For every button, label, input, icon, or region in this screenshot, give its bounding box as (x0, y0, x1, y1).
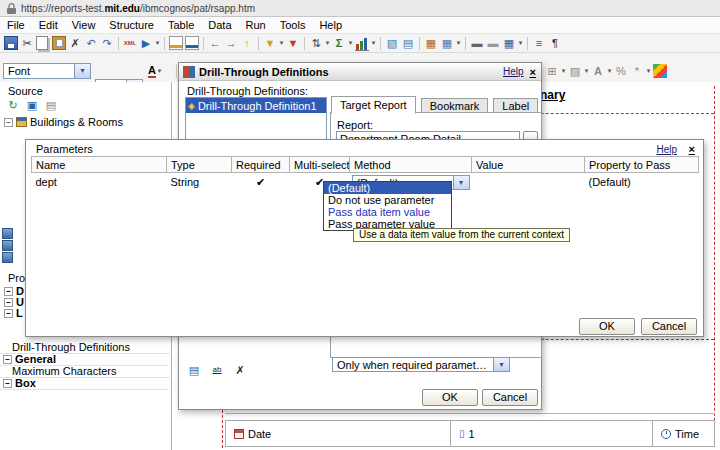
table-dropdown-icon[interactable]: ▾ (517, 39, 524, 47)
conditional-dropdown-icon[interactable]: ▾ (645, 67, 652, 75)
group-icon[interactable]: ▧ (385, 36, 399, 50)
param-required-check[interactable]: ✔ (232, 173, 290, 192)
dropdown-option-default[interactable]: (Default) (324, 182, 451, 194)
undo-icon[interactable]: ↶ (84, 36, 98, 50)
chart-icon[interactable] (355, 36, 369, 51)
close-icon[interactable]: × (689, 143, 695, 155)
conditional-style-icon[interactable]: * (630, 64, 644, 78)
param-value[interactable] (472, 173, 585, 192)
style-dropdown-icon[interactable]: ▾ (606, 67, 613, 75)
ok-button[interactable]: OK (422, 389, 478, 406)
close-icon[interactable]: × (530, 66, 536, 78)
show-formatting-icon[interactable]: ¶ (548, 36, 562, 50)
up-icon[interactable]: ↑ (240, 36, 254, 50)
menu-structure[interactable]: Structure (102, 19, 161, 31)
chart-dropdown-icon[interactable]: ▾ (370, 39, 377, 47)
cancel-button[interactable]: Cancel (482, 389, 538, 406)
visual-aids-icon[interactable] (653, 64, 667, 78)
section-icon[interactable]: ▤ (401, 36, 415, 50)
param-property-to-pass[interactable]: (Default) (585, 173, 699, 192)
filter-dropdown-icon[interactable]: ▾ (278, 39, 285, 47)
definitions-listbox[interactable]: ◈ Drill-Through Definition1 (185, 97, 327, 141)
footer-date-cell[interactable]: Date (226, 421, 451, 446)
method-combo-arrow-icon[interactable]: ▾ (453, 176, 469, 189)
font-color-dropdown-icon[interactable]: ▾ (156, 67, 163, 75)
background-fill-icon[interactable]: ▨ (568, 64, 582, 78)
paste-icon[interactable] (52, 36, 66, 50)
xml-icon[interactable]: XML (123, 36, 137, 50)
insert-table-icon[interactable]: ▦ (502, 36, 516, 50)
menu-data[interactable]: Data (201, 19, 238, 31)
font-combo[interactable]: Font ▾ (3, 63, 91, 79)
footers-icon[interactable]: ▬ (486, 36, 500, 50)
menu-view[interactable]: View (65, 19, 103, 31)
cut-icon[interactable]: ✂ (20, 36, 34, 50)
sort-dropdown-icon[interactable]: ▾ (324, 39, 331, 47)
source-pane-title[interactable]: Source (8, 85, 43, 97)
crosstab-icon[interactable]: ▦ (424, 36, 438, 50)
fill-dropdown-icon[interactable]: ▾ (583, 67, 590, 75)
spacer-icon[interactable]: ≡ (532, 36, 546, 50)
font-color-button[interactable]: A ▾ (148, 63, 163, 79)
copy-icon[interactable] (36, 36, 48, 50)
property-row-clipped-3[interactable]: − L (4, 307, 23, 319)
expander-icon[interactable]: − (3, 379, 12, 388)
back-icon[interactable]: ← (208, 36, 222, 50)
data-format-icon[interactable]: % (614, 64, 628, 78)
package-page-icon[interactable]: ▤ (44, 98, 58, 112)
menu-run[interactable]: Run (239, 19, 273, 31)
help-link[interactable]: Help (503, 66, 524, 77)
dropdown-option-do-not-use[interactable]: Do not use parameter (324, 194, 451, 206)
expander-icon[interactable]: − (4, 298, 13, 307)
aggregate-icon[interactable]: Σ (332, 36, 346, 50)
forward-icon[interactable]: → (224, 36, 238, 50)
ok-button[interactable]: OK (579, 318, 635, 335)
menu-help[interactable]: Help (312, 19, 349, 31)
new-definition-icon[interactable]: ▤ (187, 363, 201, 377)
browser-address-bar[interactable]: https://reports-test.mit.edu/ibmcognos/p… (0, 0, 720, 17)
run-dropdown-icon[interactable]: ▾ (154, 39, 161, 47)
tab-target-report[interactable]: Target Report (331, 96, 416, 114)
model-icon[interactable]: ▣ (25, 98, 39, 112)
menu-file[interactable]: File (0, 19, 32, 31)
aggregate-dropdown-icon[interactable]: ▾ (347, 39, 354, 47)
list-dropdown-icon[interactable]: ▾ (455, 39, 462, 47)
prompt-pages-combo[interactable]: Only when required parameter values are … (332, 357, 510, 372)
properties-pane-title[interactable]: Properties (8, 272, 25, 284)
style-icon[interactable]: A (591, 64, 605, 78)
footer-page-number-cell[interactable]: ▯ 1 (451, 421, 653, 446)
borders-icon[interactable]: ⊞ (545, 64, 559, 78)
property-group-box[interactable]: − Box (0, 377, 169, 390)
sort-icon[interactable]: ⇅ (309, 36, 323, 50)
expander-icon[interactable]: − (3, 355, 12, 364)
page-design-icon[interactable] (169, 36, 183, 50)
menu-edit[interactable]: Edit (32, 19, 65, 31)
headers-icon[interactable]: ▬ (470, 36, 484, 50)
prompt-combo-arrow-icon[interactable]: ▾ (493, 358, 509, 371)
delete-filter-icon[interactable]: ▼ (286, 36, 300, 50)
pane-tab-toolbox-icon[interactable] (2, 240, 13, 251)
delete-definition-icon[interactable]: ✗ (233, 363, 247, 377)
delete-icon[interactable]: ✗ (68, 36, 82, 50)
dropdown-option-pass-data-item[interactable]: Pass data item value (324, 206, 451, 218)
help-link[interactable]: Help (656, 144, 677, 155)
footer-time-cell[interactable]: Time (653, 421, 714, 446)
list-object-icon[interactable]: ▦ (440, 36, 454, 50)
tree-expander-icon[interactable]: − (4, 118, 13, 127)
definition-list-item[interactable]: ◈ Drill-Through Definition1 (186, 98, 326, 113)
tree-item-buildings-rooms[interactable]: − Buildings & Rooms (4, 116, 123, 128)
redo-icon[interactable]: ↷ (100, 36, 114, 50)
filter-icon[interactable]: ▼ (263, 36, 277, 50)
rename-definition-icon[interactable]: ab (210, 363, 224, 377)
save-icon[interactable] (4, 36, 18, 50)
pane-tab-source-icon[interactable] (2, 228, 13, 239)
page-preview-icon[interactable] (185, 36, 199, 50)
borders-dropdown-icon[interactable]: ▾ (560, 67, 567, 75)
refresh-icon[interactable]: ↻ (6, 98, 20, 112)
run-report-icon[interactable]: ▶ (139, 36, 153, 50)
menu-table[interactable]: Table (161, 19, 201, 31)
cancel-button[interactable]: Cancel (641, 318, 697, 335)
pane-tab-search-icon[interactable] (2, 252, 13, 263)
font-combo-arrow-icon[interactable]: ▾ (74, 64, 90, 78)
report-title-fragment[interactable]: nary (540, 88, 585, 102)
